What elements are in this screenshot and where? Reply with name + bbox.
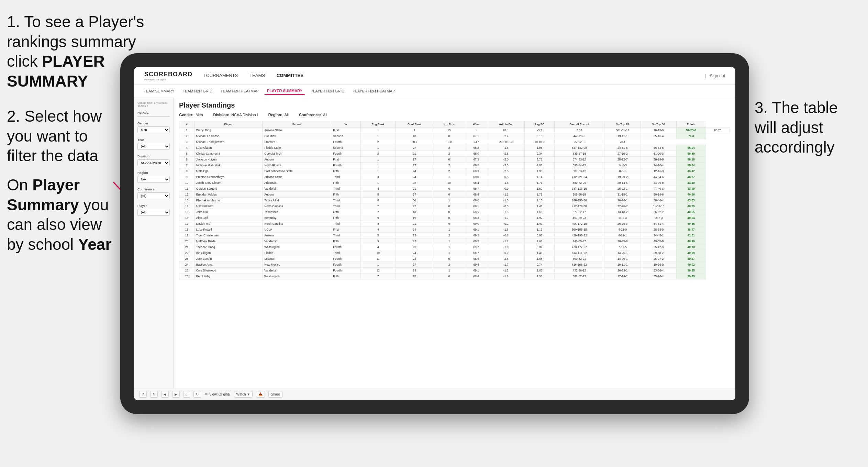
toolbar-view-original[interactable]: 👁 View: Original: [204, 392, 231, 396]
sidebar-gender-label: Gender: [137, 122, 170, 125]
table-row[interactable]: 15Jake HallTennesseeFifth718068.5-1.51.6…: [179, 209, 730, 215]
sub-nav-player-summary[interactable]: PLAYER SUMMARY: [264, 87, 305, 95]
sub-nav-team-summary[interactable]: TEAM SUMMARY: [141, 88, 177, 94]
sidebar-player-label: Player: [137, 204, 170, 208]
bottom-toolbar: ↺ ↻ ◀ ▶ ⌂ ↻ 👁 View: Original Watch ▼ 📥 S…: [134, 388, 735, 400]
col-conf-rank: Conf Rank: [396, 121, 433, 127]
instruction-right-text: 3. The table will adjust accordingly: [755, 99, 838, 156]
table-row[interactable]: 17David FordNorth CarolinaThird421069.0-…: [179, 221, 730, 227]
col-reg-rank: Reg Rank: [360, 121, 396, 127]
sidebar-year-section: Year (All) First Second Third Fourth Fif…: [137, 138, 170, 150]
nav-tournaments[interactable]: TOURNAMENTS: [203, 71, 238, 81]
table-row[interactable]: 23Jack LundinMissouriFourth1124068.6-2.5…: [179, 256, 730, 262]
table-row[interactable]: 24Bastien AmatNew MexicoFourth127269.4-1…: [179, 262, 730, 268]
table-row[interactable]: 2Michael Le SassoOle MissSecond118067.1-…: [179, 133, 730, 139]
sub-nav-team-h2h-heatmap[interactable]: TEAM H2H HEATMAP: [218, 88, 261, 94]
table-row[interactable]: 10Jacob Skov OlesenArkansasFifth1221068.…: [179, 180, 730, 186]
filter-gender: Gender: Men: [179, 113, 203, 117]
instruction-step2-text: 2. Select how you want to filter the dat…: [7, 107, 102, 165]
filter-region: Region: All: [268, 113, 289, 117]
filter-region-value: All: [285, 113, 289, 117]
filter-conference: Conference: All: [299, 113, 327, 117]
table-row[interactable]: 25Cole SherwoodVanderbiltFourth1223169.1…: [179, 268, 730, 274]
table-row[interactable]: 11Gordon SargentVanderbiltThird421068.7-…: [179, 186, 730, 192]
view-label: View: Original: [209, 392, 231, 396]
header-separator: |: [705, 74, 706, 78]
col-adj: Adj. to Par: [487, 121, 525, 127]
table-row[interactable]: 6Jackson KoivunAuburnFirst117067.3-2.02.…: [179, 157, 730, 163]
instruction-right: 3. The table will adjust accordingly: [755, 98, 861, 157]
home-btn[interactable]: ⌂: [183, 391, 190, 398]
logo-area: SCOREBOARD Powered by clippi: [144, 71, 192, 81]
col-no-rds: No. Rds.: [433, 121, 465, 127]
sub-nav-player-h2h-heatmap[interactable]: PLAYER H2H HEATMAP: [350, 88, 398, 94]
export-btn[interactable]: 📥: [256, 391, 265, 398]
player-select[interactable]: (All): [137, 209, 170, 216]
nav-teams[interactable]: TEAMS: [249, 71, 266, 81]
instruction-bottom-bold2: Year: [78, 235, 111, 253]
table-row[interactable]: 18Luke PowellUCLAFirst424169.1-1.81.1350…: [179, 227, 730, 233]
sub-nav-team-h2h-grid[interactable]: TEAM H2H GRID: [180, 88, 215, 94]
undo-btn[interactable]: ↺: [139, 391, 147, 398]
filter-conference-value: All: [323, 113, 327, 117]
col-wins: Wins: [465, 121, 487, 127]
redo-btn[interactable]: ↻: [150, 391, 158, 398]
table-row[interactable]: 14Maxwell FordNorth CarolinaThird722069.…: [179, 203, 730, 209]
table-row[interactable]: 12Brendan ValdesAuburnFifth537068.4-1.11…: [179, 192, 730, 198]
sidebar-conference-section: Conference (All): [137, 188, 170, 199]
watch-btn[interactable]: Watch ▼: [234, 391, 253, 398]
table-row[interactable]: 7Nicholas GabrelcikNorth FloridaFourth12…: [179, 163, 730, 168]
col-yr: Yr: [331, 121, 360, 127]
table-row[interactable]: 20Matthew RiedelVanderbiltFifth922168.5-…: [179, 238, 730, 244]
no-rds-slider[interactable]: [137, 116, 170, 117]
table-header-row: # Player School Yr Reg Rank Conf Rank No…: [179, 121, 730, 127]
filter-region-label: Region:: [268, 113, 282, 117]
col-rank: #: [179, 121, 194, 127]
refresh-btn[interactable]: ↻: [193, 391, 201, 398]
view-icon: 👁: [204, 392, 208, 396]
app-header: SCOREBOARD Powered by clippi TOURNAMENTS…: [134, 67, 735, 85]
main-nav: TOURNAMENTS TEAMS COMMITTEE: [203, 71, 705, 81]
sidebar-division-section: Division NCAA Division I NCAA Division I…: [137, 155, 170, 166]
sidebar-player-section: Player (All): [137, 204, 170, 216]
sidebar-region-label: Region: [137, 171, 170, 175]
watch-label: Watch: [236, 392, 246, 396]
table-row[interactable]: 1Wenyi DingArizona StateFirst1115167.1-3…: [179, 127, 730, 133]
nav-committee[interactable]: COMMITTEE: [276, 71, 304, 81]
sidebar-no-rds-label: No Rds.: [137, 111, 170, 114]
col-top50: Vs Top 50: [641, 121, 676, 127]
table-row[interactable]: 8Mats EgeEast Tennessee StateFifth124268…: [179, 168, 730, 174]
sidebar-update-time: Update time: 27/03/2024 16:56:26: [137, 101, 170, 108]
table-row[interactable]: 3Michael ThorbjornsenStanfordFourth268.7…: [179, 139, 730, 145]
share-btn[interactable]: Share: [268, 391, 282, 398]
instruction-bottom: On Player Summary you can also view by s…: [7, 175, 113, 254]
filter-division-label: Division:: [213, 113, 229, 117]
sidebar: Update time: 27/03/2024 16:56:26 No Rds.…: [134, 97, 174, 388]
region-select[interactable]: N/A All: [137, 176, 170, 183]
division-select[interactable]: NCAA Division I NCAA Division II NCAA Di…: [137, 159, 170, 166]
logo-text: SCOREBOARD: [144, 71, 192, 78]
table-row[interactable]: 26Petr HrubyWashingtonFifth725068.6-1.61…: [179, 274, 730, 279]
table-row[interactable]: 5Christo LamprechtGeorgia TechFourth2212…: [179, 151, 730, 157]
table-row[interactable]: 13Phichaksn MaichonTexas A&MThird630169.…: [179, 198, 730, 203]
standings-table: # Player School Yr Reg Rank Conf Rank No…: [179, 121, 730, 279]
filter-conference-label: Conference:: [299, 113, 321, 117]
table-row[interactable]: 19Tiger ChristensenArizonaThird523269.2-…: [179, 233, 730, 238]
forward-btn[interactable]: ▶: [172, 391, 180, 398]
table-row[interactable]: 16Alex GoffKentuckyFifth919068.3-1.71.92…: [179, 215, 730, 221]
sign-out-link[interactable]: Sign out: [710, 74, 725, 78]
standings-title: Player Standings: [179, 101, 730, 109]
conference-select[interactable]: (All): [137, 192, 170, 199]
sidebar-no-rds: No Rds.: [137, 111, 170, 117]
table-row[interactable]: 4Luke ClatonFlorida StateSecond127268.2-…: [179, 145, 730, 151]
sub-nav-player-h2h-grid[interactable]: PLAYER H2H GRID: [308, 88, 347, 94]
table-row[interactable]: 22Ian GilliganFloridaThird1024168.7-0.91…: [179, 250, 730, 256]
table-row[interactable]: 21Taehoon SongWashingtonFourth423169.2-1…: [179, 244, 730, 250]
year-select[interactable]: (All) First Second Third Fourth Fifth: [137, 143, 170, 150]
sidebar-year-label: Year: [137, 138, 170, 142]
back-btn[interactable]: ◀: [161, 391, 169, 398]
table-row[interactable]: 9Preston SummerhaysArizona StateThird324…: [179, 174, 730, 180]
gender-select[interactable]: Men Women: [137, 126, 170, 133]
slider-container: [137, 116, 170, 117]
sidebar-division-label: Division: [137, 155, 170, 158]
